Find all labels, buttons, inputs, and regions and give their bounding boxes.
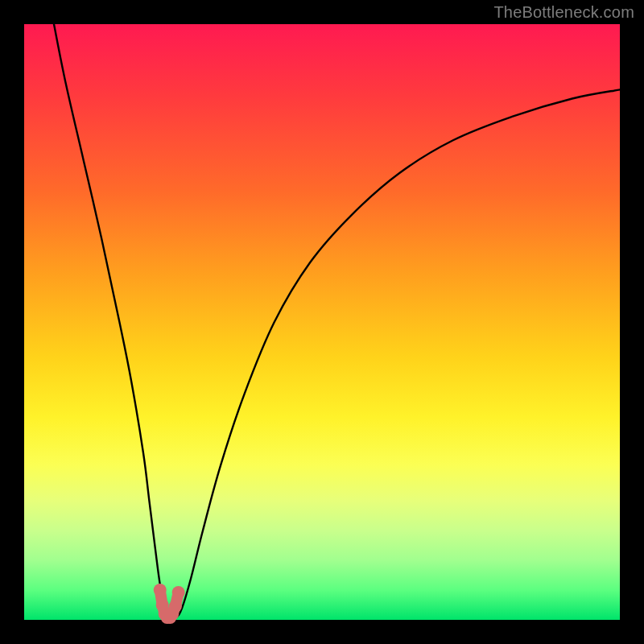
watermark-text: TheBottleneck.com: [493, 3, 634, 22]
chart-frame: TheBottleneck.com: [0, 0, 644, 644]
bottleneck-curve: [54, 24, 620, 619]
chart-svg: [24, 24, 620, 620]
chart-plot-area: [24, 24, 620, 620]
valley-marker-u: [160, 590, 179, 617]
